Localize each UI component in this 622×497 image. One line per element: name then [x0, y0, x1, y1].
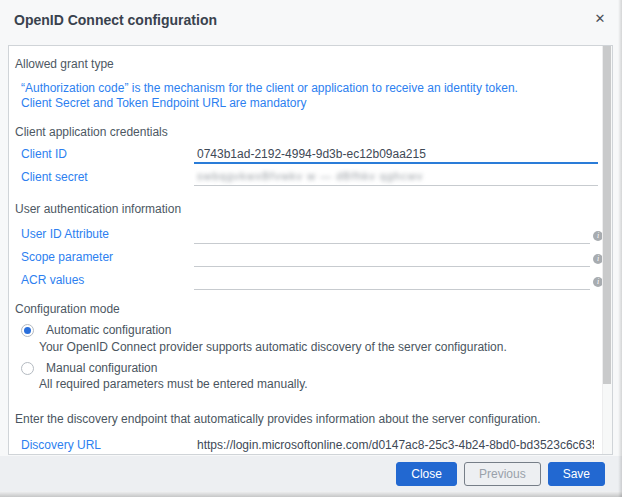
- client-id-label: Client ID: [21, 147, 67, 161]
- openid-connect-dialog: OpenID Connect configuration ✕ Allowed g…: [0, 0, 622, 497]
- section-header-client-credentials: Client application credentials: [15, 125, 168, 139]
- dialog-shadow-right: [618, 0, 622, 497]
- radio-manual-configuration[interactable]: Manual configuration: [21, 361, 157, 375]
- manual-configuration-description: All required parameters must be entered …: [39, 377, 308, 391]
- user-id-attribute-label: User ID Attribute: [21, 227, 109, 241]
- user-id-attribute-input[interactable]: [194, 226, 590, 244]
- close-button[interactable]: Close: [396, 462, 457, 486]
- previous-button[interactable]: Previous: [464, 462, 541, 486]
- automatic-configuration-description: Your OpenID Connect provider supports au…: [39, 340, 507, 354]
- section-header-user-authentication: User authentication information: [15, 202, 181, 216]
- section-header-configuration-mode: Configuration mode: [15, 302, 120, 316]
- section-header-allowed-grant-type: Allowed grant type: [15, 57, 114, 71]
- acr-values-label: ACR values: [21, 273, 84, 287]
- acr-values-input[interactable]: [194, 272, 590, 290]
- discovery-intro-text: Enter the discovery endpoint that automa…: [15, 412, 541, 426]
- grant-info-line-1: “Authorization code” is the mechanism fo…: [21, 81, 518, 95]
- radio-button-icon: [21, 362, 34, 375]
- client-secret-input[interactable]: swbqgvkwxBfvwkv w — dBfhkv qghcwv: [194, 168, 598, 186]
- save-button[interactable]: Save: [548, 462, 605, 486]
- client-secret-label: Client secret: [21, 170, 88, 184]
- scrollbar-track[interactable]: [602, 46, 612, 454]
- radio-automatic-configuration[interactable]: Automatic configuration: [21, 323, 171, 337]
- config-panel: Allowed grant type “Authorization code” …: [8, 45, 613, 455]
- client-id-input[interactable]: 0743b1ad-2192-4994-9d3b-ec12b09aa215: [194, 146, 598, 164]
- dialog-title: OpenID Connect configuration: [14, 12, 217, 28]
- dialog-shadow-bottom: [0, 491, 622, 497]
- scope-parameter-input[interactable]: [194, 249, 590, 267]
- radio-button-icon: [21, 324, 34, 337]
- config-panel-scroll-area: Allowed grant type “Authorization code” …: [9, 46, 612, 454]
- discovery-url-input[interactable]: https://login.microsoftonline.com/d0147a…: [194, 437, 594, 454]
- scope-parameter-label: Scope parameter: [21, 250, 113, 264]
- dialog-footer: Close Previous Save: [0, 456, 622, 491]
- scrollbar-thumb[interactable]: [603, 46, 611, 384]
- radio-automatic-label: Automatic configuration: [46, 323, 171, 337]
- discovery-url-label: Discovery URL: [21, 438, 101, 452]
- client-secret-redacted-value: swbqgvkwxBfvwkv w — dBfhkv qghcwv: [197, 170, 423, 182]
- radio-manual-label: Manual configuration: [46, 361, 157, 375]
- close-icon[interactable]: ✕: [591, 10, 609, 28]
- grant-info-line-2: Client Secret and Token Endpoint URL are…: [21, 96, 307, 110]
